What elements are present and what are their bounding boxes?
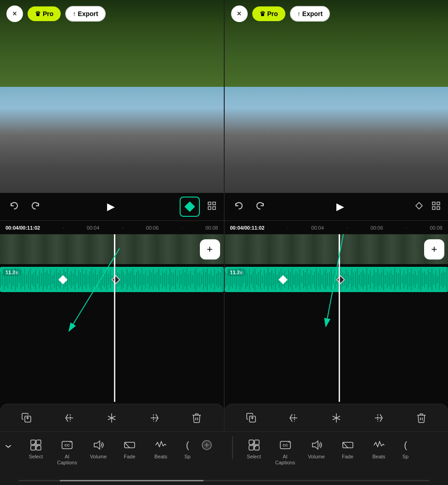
svg-rect-138 bbox=[437, 207, 440, 209]
svg-rect-61 bbox=[106, 269, 107, 290]
svg-rect-181 bbox=[303, 271, 304, 288]
right-diamond-button[interactable] bbox=[414, 201, 424, 213]
svg-rect-54 bbox=[93, 273, 94, 286]
nav-expand-left[interactable] bbox=[198, 436, 215, 454]
right-video-track[interactable]: + bbox=[225, 234, 448, 264]
svg-rect-210 bbox=[357, 269, 357, 290]
video-panels-row: × ♛ Pro ↑ Export × ♛ Pro ↑ Export bbox=[0, 0, 448, 193]
left-audio-track[interactable]: 11.2s bbox=[0, 267, 224, 292]
svg-rect-13 bbox=[17, 271, 17, 288]
right-export-button[interactable]: ↑ Export bbox=[290, 6, 330, 22]
right-redo-button[interactable] bbox=[253, 200, 267, 214]
left-play-button[interactable]: ▶ bbox=[105, 199, 117, 214]
svg-rect-283 bbox=[249, 446, 254, 450]
right-split-right-tool[interactable] bbox=[369, 409, 388, 427]
svg-rect-144 bbox=[234, 275, 235, 284]
right-audio-track[interactable]: 11.2s bbox=[225, 267, 448, 292]
svg-rect-84 bbox=[149, 270, 150, 289]
svg-rect-20 bbox=[30, 269, 31, 290]
right-add-clip-button[interactable]: + bbox=[424, 239, 444, 259]
svg-rect-198 bbox=[335, 271, 335, 288]
left-panel-header: × ♛ Pro ↑ Export bbox=[0, 0, 224, 28]
svg-rect-194 bbox=[327, 273, 328, 286]
svg-rect-26 bbox=[41, 273, 42, 286]
svg-rect-80 bbox=[142, 268, 142, 291]
svg-rect-15 bbox=[21, 270, 22, 289]
svg-rect-219 bbox=[374, 270, 374, 289]
nav-item-fade-left[interactable]: Fade bbox=[114, 436, 145, 462]
svg-rect-11 bbox=[13, 273, 14, 286]
right-delete-tool[interactable] bbox=[412, 409, 431, 427]
left-split-tool[interactable] bbox=[102, 409, 121, 427]
nav-item-volume-left[interactable]: Volume bbox=[83, 436, 114, 462]
svg-rect-27 bbox=[43, 268, 44, 291]
nav-item-speed-right-label: Sp bbox=[403, 454, 408, 460]
svg-rect-99 bbox=[177, 276, 178, 283]
nav-item-ai-captions-right[interactable]: CC AI AI Captions bbox=[270, 436, 301, 468]
fade-icon-left bbox=[123, 438, 136, 452]
scrollbar-track[interactable] bbox=[18, 480, 430, 481]
nav-item-beats-right[interactable]: Beats bbox=[363, 436, 395, 462]
left-redo-button[interactable] bbox=[28, 200, 42, 214]
nav-item-fade-right[interactable]: Fade bbox=[332, 436, 363, 462]
nav-item-volume-right[interactable]: Volume bbox=[301, 436, 332, 462]
svg-rect-56 bbox=[97, 275, 98, 284]
svg-rect-48 bbox=[82, 269, 83, 290]
right-copy-tool[interactable] bbox=[242, 409, 261, 427]
svg-rect-120 bbox=[216, 273, 217, 286]
right-split-tool[interactable] bbox=[327, 409, 346, 427]
svg-rect-107 bbox=[192, 275, 193, 284]
nav-item-select-left[interactable]: Select bbox=[20, 436, 51, 462]
svg-rect-134 bbox=[416, 202, 422, 209]
collapse-button[interactable] bbox=[0, 438, 17, 455]
left-controls-row: ▶ bbox=[0, 193, 224, 220]
left-delete-tool[interactable] bbox=[187, 409, 206, 427]
svg-rect-192 bbox=[323, 271, 324, 288]
left-split-left-tool[interactable] bbox=[60, 409, 79, 427]
svg-rect-17 bbox=[24, 269, 25, 290]
left-undo-button[interactable] bbox=[7, 200, 21, 214]
left-expand-button[interactable] bbox=[207, 201, 216, 213]
nav-item-fade-right-label: Fade bbox=[342, 454, 353, 460]
left-export-button[interactable]: ↑ Export bbox=[65, 6, 105, 22]
svg-rect-224 bbox=[383, 269, 384, 290]
right-undo-button[interactable] bbox=[232, 200, 246, 214]
svg-rect-73 bbox=[129, 273, 130, 286]
svg-rect-188 bbox=[316, 268, 317, 291]
svg-rect-177 bbox=[295, 271, 296, 288]
nav-item-ai-captions-left[interactable]: CC AI AI Captions bbox=[51, 436, 83, 468]
right-play-button[interactable]: ▶ bbox=[335, 199, 346, 214]
nav-item-select-right[interactable]: Select bbox=[238, 436, 270, 462]
left-pro-button[interactable]: ♛ Pro bbox=[28, 6, 61, 21]
svg-line-279 bbox=[125, 442, 130, 448]
svg-rect-165 bbox=[273, 274, 274, 285]
svg-rect-233 bbox=[400, 270, 401, 289]
svg-rect-83 bbox=[147, 276, 148, 283]
svg-rect-254 bbox=[439, 269, 440, 290]
right-expand-button[interactable] bbox=[431, 201, 441, 213]
svg-text:AI: AI bbox=[69, 440, 72, 443]
svg-rect-21 bbox=[32, 274, 33, 285]
nav-item-beats-left[interactable]: Beats bbox=[145, 436, 176, 462]
scrollbar-thumb[interactable] bbox=[60, 480, 204, 481]
svg-rect-101 bbox=[181, 274, 181, 285]
svg-rect-76 bbox=[134, 275, 135, 284]
right-pro-button[interactable]: ♛ Pro bbox=[252, 6, 285, 21]
left-close-button[interactable]: × bbox=[6, 6, 23, 22]
right-close-button[interactable]: × bbox=[231, 6, 248, 22]
svg-rect-226 bbox=[386, 271, 387, 288]
right-split-left-tool[interactable] bbox=[284, 409, 303, 427]
left-video-track[interactable]: + bbox=[0, 234, 224, 264]
left-split-right-tool[interactable] bbox=[145, 409, 164, 427]
nav-item-speed-left[interactable]: ( Sp bbox=[176, 436, 198, 462]
svg-rect-197 bbox=[333, 274, 334, 285]
beats-icon-left bbox=[154, 438, 167, 452]
left-copy-tool[interactable] bbox=[17, 409, 36, 427]
svg-rect-118 bbox=[212, 276, 213, 283]
nav-item-speed-right[interactable]: ( Sp bbox=[395, 436, 417, 462]
left-keyframe-button[interactable] bbox=[180, 197, 200, 217]
svg-rect-116 bbox=[209, 274, 210, 285]
left-add-clip-button[interactable]: + bbox=[200, 239, 220, 259]
svg-rect-136 bbox=[437, 202, 440, 205]
svg-rect-28 bbox=[45, 272, 45, 287]
